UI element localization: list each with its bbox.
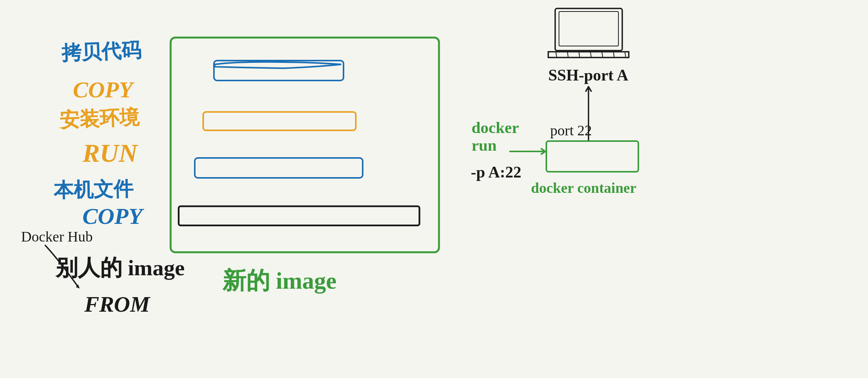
svg-line-8 — [556, 52, 557, 57]
label-install-env-chinese: 安装环境 — [59, 104, 140, 133]
svg-rect-3 — [195, 158, 363, 178]
svg-line-13 — [613, 52, 614, 57]
svg-rect-7 — [559, 12, 618, 46]
svg-rect-0 — [171, 38, 439, 252]
label-from: FROM — [84, 291, 150, 317]
label-docker-run: dockerrun — [472, 119, 519, 154]
label-copy-second: COPY — [82, 203, 143, 230]
svg-line-9 — [567, 52, 568, 57]
label-port-22: port 22 — [550, 122, 592, 139]
label-p-mapping: -p A:22 — [471, 163, 521, 181]
svg-line-10 — [579, 52, 580, 57]
label-docker-hub: Docker Hub — [21, 228, 93, 245]
svg-rect-6 — [555, 8, 622, 51]
label-copy-code-chinese: 拷贝代码 — [61, 37, 141, 66]
label-run: RUN — [82, 138, 138, 168]
label-local-files-chinese: 本机文件 — [53, 176, 133, 204]
svg-rect-1 — [214, 61, 344, 81]
label-other-image-chinese: 别人的 image — [56, 253, 185, 283]
label-ssh-port: SSH-port A — [548, 66, 628, 84]
svg-line-11 — [590, 52, 591, 57]
label-copy-first: COPY — [73, 77, 133, 103]
svg-rect-2 — [203, 112, 356, 130]
svg-line-14 — [625, 52, 626, 57]
svg-line-12 — [602, 52, 603, 57]
label-docker-container: docker container — [531, 179, 636, 196]
svg-rect-5 — [546, 141, 638, 172]
svg-rect-4 — [179, 206, 419, 225]
label-new-image: 新的 image — [222, 265, 337, 297]
